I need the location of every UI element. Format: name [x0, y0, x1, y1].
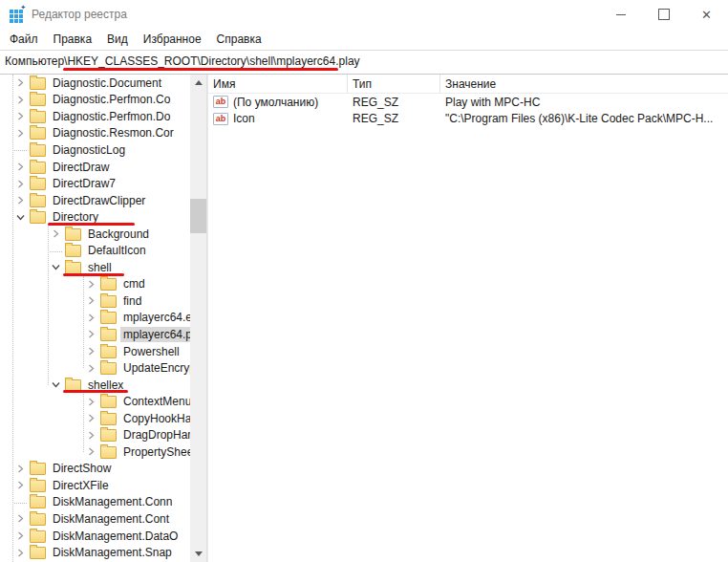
- minimize-button[interactable]: [599, 0, 642, 29]
- chevron-right-icon[interactable]: [14, 180, 27, 188]
- folder-icon: [65, 228, 81, 241]
- tree-item[interactable]: DiskManagement.DataO: [0, 528, 190, 545]
- tree-item[interactable]: DirectDraw7: [0, 175, 190, 192]
- scrollbar-down-button[interactable]: [190, 546, 206, 562]
- chevron-right-icon[interactable]: [14, 78, 27, 87]
- menu-item-1[interactable]: Правка: [46, 30, 100, 49]
- tree-item[interactable]: Diagnostic.Resmon.Cor: [0, 125, 190, 142]
- tree-item[interactable]: shell: [0, 259, 190, 276]
- tree-item[interactable]: Powershell: [0, 343, 190, 360]
- tree-item[interactable]: Diagnostic.Document: [0, 75, 190, 92]
- tree-item-label: DiskManagement.DataO: [50, 529, 181, 544]
- string-value-icon: ab: [213, 96, 228, 108]
- tree-item[interactable]: DirectShow: [0, 461, 190, 478]
- tree-item[interactable]: DiskManagement.Conn: [0, 494, 190, 511]
- tree-item-label: DirectDraw: [50, 160, 112, 175]
- chevron-down-icon[interactable]: [50, 380, 62, 389]
- tree-item[interactable]: Diagnostic.Perfmon.Co: [0, 92, 190, 109]
- chevron-right-icon[interactable]: [85, 414, 97, 422]
- tree-item[interactable]: DiagnosticLog: [0, 141, 190, 159]
- folder-icon: [30, 496, 46, 508]
- folder-icon: [100, 429, 117, 442]
- chevron-right-icon[interactable]: [14, 481, 27, 489]
- string-value-icon: ab: [213, 113, 228, 125]
- tree-item[interactable]: DefaultIcon: [0, 242, 190, 259]
- chevron-right-icon[interactable]: [85, 364, 97, 373]
- tree-item[interactable]: DirectDraw: [0, 159, 190, 176]
- registry-value-row[interactable]: abIconREG_SZ"C:\Program Files (x86)\K-Li…: [208, 111, 728, 128]
- chevron-right-icon[interactable]: [50, 229, 62, 238]
- menu-item-2[interactable]: Вид: [99, 30, 136, 49]
- folder-icon: [30, 195, 46, 207]
- list-rows: ab(По умолчанию)REG_SZPlay with MPC-HCab…: [208, 94, 728, 127]
- column-header-name[interactable]: Имя: [208, 75, 348, 93]
- folder-icon: [100, 329, 117, 341]
- folder-icon: [100, 446, 117, 459]
- tree-item[interactable]: Directory: [0, 208, 190, 226]
- tree-item[interactable]: cmd: [0, 276, 190, 293]
- tree-item[interactable]: ContextMenuHan: [0, 393, 190, 410]
- tree-item-label: CopyHookHandle: [120, 411, 190, 426]
- tree-item[interactable]: DragDropHandler: [0, 426, 190, 443]
- tree-item[interactable]: DirectXFile: [0, 477, 190, 494]
- chevron-right-icon[interactable]: [85, 398, 97, 406]
- menu-item-4[interactable]: Справка: [209, 30, 269, 49]
- chevron-right-icon[interactable]: [14, 514, 27, 523]
- tree-item-label: DiagnosticLog: [50, 142, 128, 158]
- menu-item-0[interactable]: Файл: [2, 30, 46, 49]
- chevron-right-icon[interactable]: [85, 347, 97, 356]
- tree-item[interactable]: shellex: [0, 377, 190, 394]
- tree-item[interactable]: CopyHookHandle: [0, 410, 190, 427]
- tree-item-label: DefaultIcon: [85, 243, 149, 258]
- folder-icon: [100, 413, 117, 425]
- chevron-right-icon[interactable]: [14, 162, 27, 171]
- registry-tree-pane[interactable]: Diagnostic.DocumentDiagnostic.Perfmon.Co…: [0, 75, 207, 562]
- chevron-right-icon[interactable]: [85, 330, 97, 338]
- chevron-right-icon[interactable]: [85, 431, 97, 440]
- tree-vertical-scrollbar[interactable]: [190, 75, 206, 562]
- tree-item[interactable]: UpdateEncryption: [0, 359, 190, 377]
- close-button[interactable]: ✕: [685, 0, 728, 29]
- chevron-right-icon[interactable]: [85, 447, 97, 456]
- chevron-right-icon[interactable]: [85, 280, 97, 289]
- chevron-right-icon[interactable]: [14, 531, 27, 540]
- menu-item-3[interactable]: Избранное: [136, 30, 209, 49]
- chevron-right-icon[interactable]: [14, 465, 27, 473]
- chevron-right-icon[interactable]: [14, 196, 27, 205]
- folder-icon: [30, 162, 46, 174]
- minimize-icon: [616, 14, 626, 15]
- maximize-button[interactable]: [642, 0, 685, 29]
- chevron-right-icon[interactable]: [14, 549, 27, 557]
- folder-icon: [30, 547, 46, 559]
- title-bar: ✦ Редактор реестра ✕: [0, 0, 728, 29]
- tree-item[interactable]: find: [0, 292, 190, 310]
- chevron-down-icon[interactable]: [14, 213, 27, 222]
- registry-value-row[interactable]: ab(По умолчанию)REG_SZPlay with MPC-HC: [208, 94, 728, 111]
- tree-item[interactable]: mplayerc64.play: [0, 326, 190, 343]
- tree-item[interactable]: Diagnostic.Perfmon.Do: [0, 108, 190, 125]
- tree-item[interactable]: DiskManagement.Snap: [0, 544, 190, 561]
- chevron-right-icon[interactable]: [14, 96, 27, 104]
- column-header-value[interactable]: Значение: [440, 75, 728, 93]
- chevron-right-icon[interactable]: [14, 129, 27, 138]
- window-title: Редактор реестра: [32, 8, 127, 21]
- close-icon: ✕: [701, 9, 712, 21]
- chevron-right-icon[interactable]: [85, 313, 97, 322]
- tree-item[interactable]: DiskManagement.Cont: [0, 510, 190, 528]
- chevron-down-icon[interactable]: [50, 263, 62, 271]
- tree-item[interactable]: mplayerc64.enqu: [0, 310, 190, 327]
- tree-item-label: Background: [85, 227, 152, 242]
- chevron-right-icon[interactable]: [85, 296, 97, 305]
- tree-item[interactable]: DirectDrawClipper: [0, 192, 190, 209]
- scrollbar-thumb[interactable]: [190, 199, 206, 233]
- registry-values-pane[interactable]: Имя Тип Значение ab(По умолчанию)REG_SZP…: [207, 75, 728, 562]
- address-bar[interactable]: Компьютер\HKEY_CLASSES_ROOT\Directory\sh…: [0, 51, 728, 75]
- chevron-right-icon[interactable]: [14, 112, 27, 120]
- tree-item[interactable]: PropertySheetHan: [0, 443, 190, 461]
- tree-item-label: mplayerc64.enqu: [120, 310, 190, 325]
- scrollbar-up-button[interactable]: [190, 75, 206, 91]
- tree-item[interactable]: Background: [0, 226, 190, 243]
- column-header-type[interactable]: Тип: [348, 75, 440, 93]
- folder-icon: [30, 513, 46, 526]
- list-header: Имя Тип Значение: [208, 75, 728, 94]
